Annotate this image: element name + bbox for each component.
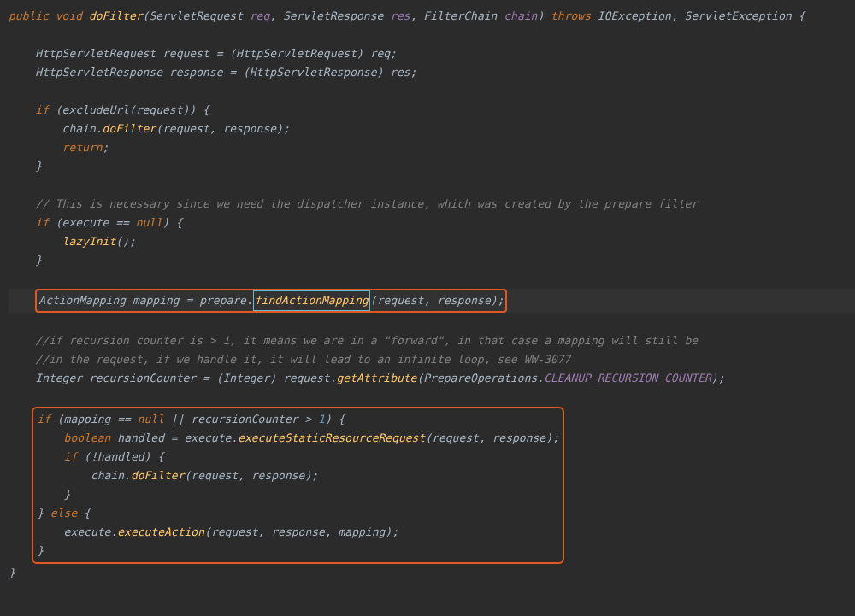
param-chain: chain: [504, 9, 537, 22]
args: (request, response, mapping);: [204, 525, 398, 538]
line-if-excludeurl: if (excludeUrl(request)) {: [9, 101, 855, 120]
line-response-decl: HttpServletResponse response = (HttpServ…: [9, 63, 855, 82]
mid: (PrepareOperations.: [416, 372, 544, 384]
kw-if: if: [37, 413, 50, 425]
highlighted-line: ActionMapping mapping = prepare.findActi…: [9, 289, 855, 313]
type: ServletRequest: [149, 9, 249, 22]
paren: ): [537, 9, 551, 22]
line-request-decl: HttpServletRequest request = (HttpServle…: [9, 44, 855, 63]
blank-line: [9, 82, 855, 101]
pre: [9, 235, 62, 248]
line-return: return;: [9, 138, 855, 157]
or: || recursionCounter >: [164, 413, 318, 425]
kw-if: if: [37, 450, 77, 463]
args: (request, response);: [370, 294, 504, 307]
blank-line: [9, 270, 855, 289]
boxed-block-line: if (mapping == null || recursionCounter …: [9, 407, 855, 564]
highlight-box-cyan: findActionMapping: [253, 290, 370, 311]
kw-else: else: [50, 507, 77, 519]
highlight-box-orange: ActionMapping mapping = prepare.findActi…: [35, 289, 507, 313]
fn-findActionMapping: findActionMapping: [255, 294, 369, 307]
param-req: req: [250, 9, 269, 22]
method-doFilter: doFilter: [89, 9, 143, 22]
type: , ServletResponse: [269, 9, 390, 22]
line-close-brace: }: [9, 251, 855, 270]
blank-line: [9, 26, 855, 44]
line-else: } else {: [37, 507, 91, 519]
blank-line: [9, 388, 855, 407]
line-if-execute-null: if (execute == null) {: [9, 214, 855, 232]
pre: execute.: [37, 525, 117, 538]
fn-doFilter: doFilter: [103, 122, 156, 135]
kw-if: if: [9, 103, 49, 116]
line-lazyinit: lazyInit();: [9, 232, 855, 251]
code-block: public void doFilter(ServletRequest req,…: [9, 7, 855, 583]
comment-recursion-2: //in the request, if we handle it, it wi…: [9, 350, 855, 369]
brace: {: [77, 507, 91, 519]
end: ) {: [325, 413, 345, 425]
blank-line: [9, 176, 855, 195]
pre: chain.: [9, 122, 103, 135]
cond: (!handled) {: [77, 450, 164, 463]
kw-boolean: boolean: [37, 431, 110, 444]
line-close-brace: }: [37, 544, 44, 557]
line-if-not-handled: if (!handled) {: [37, 450, 164, 463]
fn-executeAction: executeAction: [117, 525, 204, 538]
fn-executeStaticResourceRequest: executeStaticResourceRequest: [238, 431, 425, 444]
close: }: [37, 507, 50, 519]
param-res: res: [390, 9, 410, 22]
num-1: 1: [318, 413, 325, 425]
args: (request, response);: [156, 122, 290, 135]
throws-list: IOException, ServletException {: [591, 9, 805, 22]
line-method-close: }: [9, 564, 855, 583]
line-executeAction: execute.executeAction(request, response,…: [37, 525, 398, 538]
cond: (excludeUrl(request)) {: [49, 103, 209, 116]
space: [82, 9, 89, 22]
line-signature: public void doFilter(ServletRequest req,…: [9, 7, 855, 26]
kw-return: return: [9, 141, 103, 154]
blank-line: [9, 313, 855, 331]
const-cleanup: CLEANUP_RECURSION_COUNTER: [544, 372, 711, 384]
line-chain-dofilter: chain.doFilter(request, response);: [9, 120, 855, 138]
args: (request, response);: [425, 431, 559, 444]
type: , FilterChain: [410, 9, 504, 22]
line-chain-dofilter-2: chain.doFilter(request, response);: [37, 469, 318, 482]
semi: ;: [103, 141, 109, 154]
kw-null: null: [136, 216, 162, 229]
fn-doFilter: doFilter: [131, 469, 185, 482]
line-close-brace: }: [9, 157, 855, 176]
args: (request, response);: [185, 469, 319, 482]
fn-lazyInit: lazyInit: [62, 235, 116, 248]
cond: (execute ==: [49, 216, 136, 229]
pre: Integer recursionCounter = (Integer) req…: [9, 372, 337, 384]
end: );: [711, 372, 725, 384]
line-close-brace: }: [37, 488, 70, 501]
paren: ) {: [162, 216, 182, 229]
kw-if: if: [9, 216, 49, 229]
kw-null: null: [138, 413, 164, 425]
fn-getAttribute: getAttribute: [337, 372, 417, 384]
highlight-box-block: if (mapping == null || recursionCounter …: [32, 407, 564, 564]
line-boolean-handled: boolean handled = execute.executeStaticR…: [37, 431, 559, 444]
line-recursion-counter: Integer recursionCounter = (Integer) req…: [9, 369, 855, 388]
kw-public: public: [9, 9, 49, 22]
comment-dispatcher: // This is necessary since we need the d…: [9, 195, 855, 214]
rest: handled = execute.: [110, 431, 238, 444]
space: [49, 9, 56, 22]
kw-throws: throws: [551, 9, 591, 22]
comment-recursion-1: //if recursion counter is > 1, it means …: [9, 331, 855, 350]
post: ();: [115, 235, 135, 248]
cond: (mapping ==: [50, 413, 138, 425]
line-if-mapping: if (mapping == null || recursionCounter …: [37, 413, 345, 425]
pre: ActionMapping mapping = prepare.: [38, 294, 252, 307]
pre: chain.: [37, 469, 131, 482]
kw-void: void: [56, 9, 82, 22]
